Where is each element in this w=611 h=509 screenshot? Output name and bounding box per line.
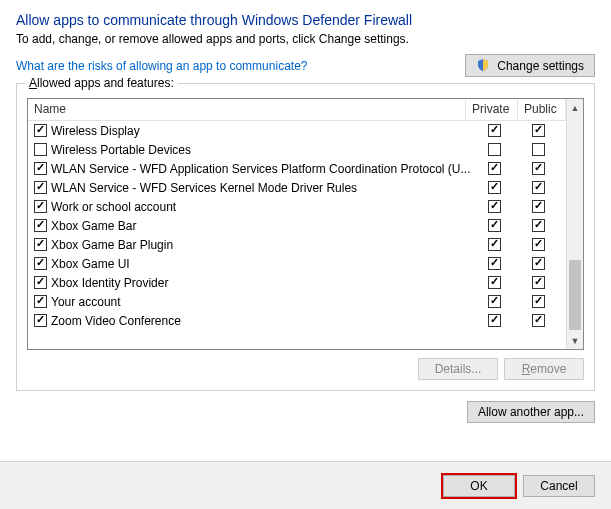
risks-link[interactable]: What are the risks of allowing an app to… <box>16 59 307 73</box>
private-checkbox[interactable] <box>488 238 501 251</box>
column-header-public[interactable]: Public <box>518 99 566 120</box>
public-checkbox[interactable] <box>532 295 545 308</box>
app-enabled-checkbox[interactable] <box>34 238 47 251</box>
app-enabled-checkbox[interactable] <box>34 124 47 137</box>
public-checkbox[interactable] <box>532 200 545 213</box>
app-name: Zoom Video Conference <box>49 314 472 328</box>
app-name: Xbox Game Bar <box>49 219 472 233</box>
scrollbar[interactable]: ▲ ▼ <box>566 99 583 349</box>
private-checkbox[interactable] <box>488 143 501 156</box>
table-row[interactable]: Zoom Video Conference <box>28 311 566 330</box>
table-row[interactable]: Wireless Portable Devices <box>28 140 566 159</box>
app-name: Your account <box>49 295 472 309</box>
app-enabled-checkbox[interactable] <box>34 314 47 327</box>
dialog-footer: OK Cancel <box>0 461 611 509</box>
details-button: Details... <box>418 358 498 380</box>
allowed-apps-group: Allowed apps and features: Name Private … <box>16 83 595 391</box>
app-enabled-checkbox[interactable] <box>34 219 47 232</box>
public-checkbox[interactable] <box>532 124 545 137</box>
column-header-name[interactable]: Name <box>28 99 466 120</box>
public-checkbox[interactable] <box>532 181 545 194</box>
private-checkbox[interactable] <box>488 200 501 213</box>
private-checkbox[interactable] <box>488 276 501 289</box>
app-name: WLAN Service - WFD Services Kernel Mode … <box>49 181 472 195</box>
allow-another-app-button[interactable]: Allow another app... <box>467 401 595 423</box>
private-checkbox[interactable] <box>488 181 501 194</box>
app-name: WLAN Service - WFD Application Services … <box>49 162 472 176</box>
app-enabled-checkbox[interactable] <box>34 181 47 194</box>
app-name: Xbox Identity Provider <box>49 276 472 290</box>
private-checkbox[interactable] <box>488 124 501 137</box>
public-checkbox[interactable] <box>532 314 545 327</box>
app-name: Xbox Game Bar Plugin <box>49 238 472 252</box>
app-enabled-checkbox[interactable] <box>34 143 47 156</box>
table-row[interactable]: WLAN Service - WFD Services Kernel Mode … <box>28 178 566 197</box>
scroll-track[interactable] <box>567 116 583 332</box>
apps-list: Name Private Public Wireless DisplayWire… <box>27 98 584 350</box>
app-enabled-checkbox[interactable] <box>34 162 47 175</box>
public-checkbox[interactable] <box>532 143 545 156</box>
change-settings-label: Change settings <box>497 59 584 73</box>
scroll-up-button[interactable]: ▲ <box>567 99 583 116</box>
app-name: Wireless Display <box>49 124 472 138</box>
public-checkbox[interactable] <box>532 238 545 251</box>
app-name: Wireless Portable Devices <box>49 143 472 157</box>
remove-button: Remove <box>504 358 584 380</box>
scroll-thumb[interactable] <box>569 260 581 330</box>
private-checkbox[interactable] <box>488 162 501 175</box>
cancel-button[interactable]: Cancel <box>523 475 595 497</box>
public-checkbox[interactable] <box>532 276 545 289</box>
page-title: Allow apps to communicate through Window… <box>16 12 595 28</box>
app-enabled-checkbox[interactable] <box>34 295 47 308</box>
app-enabled-checkbox[interactable] <box>34 200 47 213</box>
private-checkbox[interactable] <box>488 314 501 327</box>
table-row[interactable]: Your account <box>28 292 566 311</box>
public-checkbox[interactable] <box>532 162 545 175</box>
page-subtitle: To add, change, or remove allowed apps a… <box>16 32 595 46</box>
public-checkbox[interactable] <box>532 257 545 270</box>
app-name: Xbox Game UI <box>49 257 472 271</box>
app-name: Work or school account <box>49 200 472 214</box>
scroll-down-button[interactable]: ▼ <box>567 332 583 349</box>
table-row[interactable]: Work or school account <box>28 197 566 216</box>
table-row[interactable]: WLAN Service - WFD Application Services … <box>28 159 566 178</box>
private-checkbox[interactable] <box>488 219 501 232</box>
table-row[interactable]: Xbox Game UI <box>28 254 566 273</box>
table-row[interactable]: Xbox Game Bar <box>28 216 566 235</box>
app-enabled-checkbox[interactable] <box>34 257 47 270</box>
table-row[interactable]: Xbox Game Bar Plugin <box>28 235 566 254</box>
table-row[interactable]: Xbox Identity Provider <box>28 273 566 292</box>
public-checkbox[interactable] <box>532 219 545 232</box>
private-checkbox[interactable] <box>488 295 501 308</box>
change-settings-button[interactable]: Change settings <box>465 54 595 77</box>
shield-icon <box>476 59 497 73</box>
group-label: Allowed apps and features: <box>25 76 178 90</box>
column-header-private[interactable]: Private <box>466 99 518 120</box>
app-enabled-checkbox[interactable] <box>34 276 47 289</box>
private-checkbox[interactable] <box>488 257 501 270</box>
ok-button[interactable]: OK <box>443 475 515 497</box>
table-row[interactable]: Wireless Display <box>28 121 566 140</box>
